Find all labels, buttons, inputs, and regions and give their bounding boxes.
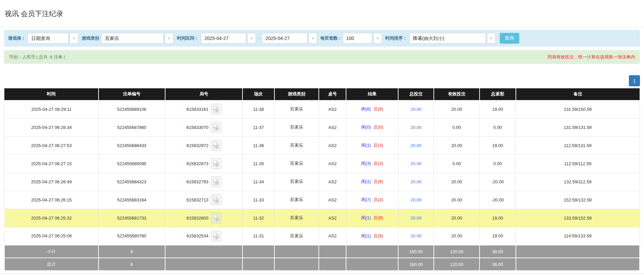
bet-id-cell: 522455683164 <box>99 191 165 209</box>
video-file-icon <box>213 233 219 239</box>
video-replay-button[interactable] <box>211 122 221 133</box>
total-bet-link[interactable]: 20.00 <box>411 107 422 112</box>
query-type-value[interactable]: 日期查询 <box>28 33 69 44</box>
filter-bar: 请选择： 日期查询 ▼ 游戏类别 百家乐 ▼ 时间区间： 2025-04-27 … <box>4 30 640 47</box>
total-bet-link[interactable]: 20.00 <box>411 179 422 184</box>
video-replay-button[interactable] <box>211 158 221 169</box>
table-row[interactable]: 2025-04-27 06:25:06 522455680760 6158325… <box>4 227 640 245</box>
game-cell: 百家乐 <box>274 154 319 173</box>
table-no-cell: AS2 <box>319 209 346 227</box>
payout-cell: -20.00 <box>480 191 516 209</box>
chevron-down-icon[interactable]: ▼ <box>487 33 496 44</box>
time-cell: 2025-04-27 06:27:15 <box>4 154 99 173</box>
round-id-cell: 615832534 <box>165 227 242 245</box>
remark-cell: 131.59/150.59 <box>516 100 640 118</box>
result-cell: 闲(1) 庄(8) <box>346 173 398 191</box>
video-file-icon <box>213 142 219 149</box>
valid-bet-cell: 20.00 <box>434 191 480 209</box>
search-button[interactable]: 查询 <box>500 33 519 44</box>
game-cell: 百家乐 <box>274 209 319 227</box>
table-row[interactable]: 2025-04-27 06:26:49 522455684323 6158327… <box>4 173 640 191</box>
game-cell: 百家乐 <box>274 100 319 118</box>
bet-id-cell: 522455680760 <box>99 227 165 245</box>
payout-cell: 0.00 <box>480 154 516 173</box>
valid-bet-cell: 20.00 <box>434 173 480 191</box>
table-row[interactable]: 2025-04-27 06:27:15 522455685095 6158328… <box>4 154 640 173</box>
result-player: 闲(1) <box>361 179 371 184</box>
valid-bet-cell: 0.00 <box>434 154 480 173</box>
game-category-label: 游戏类别 <box>82 35 99 41</box>
result-banker: 庄(8) <box>373 215 383 220</box>
notice-text: 同局有效投注，统一计算在该局第一张注单内 <box>547 54 635 60</box>
remark-cell: 114.59/133.59 <box>516 227 640 245</box>
footer-count-cell: 8 <box>99 258 165 271</box>
round-id-value: 615832534 <box>187 233 209 238</box>
table-row[interactable]: 2025-04-27 06:28:34 522455687860 6158330… <box>4 118 640 136</box>
total-bet-link[interactable]: 20.00 <box>411 125 422 130</box>
video-replay-button[interactable] <box>211 231 221 241</box>
total-bet-link[interactable]: 20.00 <box>411 216 422 221</box>
sort-select[interactable]: 降幂(由大到小) ▼ <box>409 33 496 44</box>
chevron-down-icon[interactable]: ▼ <box>308 33 317 44</box>
round-id-value: 615832873 <box>187 161 209 166</box>
page-title: 视讯 会员下注纪录 <box>0 5 644 22</box>
query-type-select[interactable]: 日期查询 ▼ <box>28 33 78 44</box>
valid-bet-cell: 20.00 <box>434 209 480 227</box>
total-bet-cell: 20.00 <box>398 100 434 118</box>
video-replay-button[interactable] <box>211 104 221 114</box>
result-cell: 闲(3) 庄(3) <box>346 154 398 173</box>
table-row[interactable]: 2025-04-27 06:26:15 522455683164 6158327… <box>4 191 640 209</box>
total-bet-cell: 20.00 <box>398 209 434 227</box>
table-no-cell: AS2 <box>319 136 346 154</box>
table-no-cell: AS2 <box>319 118 346 136</box>
date-from-value[interactable]: 2025-04-27 <box>201 33 246 44</box>
result-player: 闲(1) <box>361 215 371 220</box>
date-to-value[interactable]: 2025-04-27 <box>262 33 307 44</box>
chevron-down-icon[interactable]: ▼ <box>70 33 78 44</box>
game-category-select[interactable]: 百家乐 ▼ <box>101 33 174 44</box>
footer-valid-bet-cell: 120.00 <box>434 245 480 258</box>
round-id-value: 615833161 <box>187 107 209 112</box>
table-no-cell: AS2 <box>319 100 346 118</box>
video-replay-button[interactable] <box>211 194 221 205</box>
per-page-value[interactable]: 100 <box>343 33 372 44</box>
total-bet-link[interactable]: 20.00 <box>411 197 422 202</box>
game-category-value[interactable]: 百家乐 <box>101 33 164 44</box>
chevron-down-icon[interactable]: ▼ <box>373 33 382 44</box>
payout-cell: 19.00 <box>480 100 516 118</box>
page-1-button[interactable]: 1 <box>629 75 640 86</box>
column-header-game: 游戏类别 <box>274 88 319 100</box>
total-bet-link[interactable]: 20.00 <box>411 233 422 238</box>
video-replay-button[interactable] <box>211 176 221 187</box>
date-to-input[interactable]: 2025-04-27 ▼ <box>262 33 317 44</box>
subtotal-row: 小计 8 160.00 120.00 36.00 <box>4 245 640 258</box>
result-banker: 庄(9) <box>373 233 383 238</box>
valid-bet-cell: 20.00 <box>434 100 480 118</box>
chevron-down-icon[interactable]: ▼ <box>165 33 174 44</box>
session-cell: 11-33 <box>242 191 274 209</box>
session-cell: 11-36 <box>242 136 274 154</box>
video-file-icon <box>213 215 219 221</box>
total-bet-cell: 20.00 <box>398 173 434 191</box>
video-replay-button[interactable] <box>211 213 221 223</box>
table-body: 2025-04-27 06:29:11 522455689108 6158331… <box>4 100 640 245</box>
per-page-label: 每页笔数 : <box>320 35 341 41</box>
table-row[interactable]: 2025-04-27 06:29:11 522455689108 6158331… <box>4 100 640 118</box>
chevron-down-icon[interactable]: ▼ <box>247 33 256 44</box>
bet-id-cell: 522455685095 <box>99 154 165 173</box>
date-from-input[interactable]: 2025-04-27 ▼ <box>201 33 256 44</box>
session-cell: 11-38 <box>242 100 274 118</box>
summary-bar: 币别：人民币 | 总共 :8 注单 | 同局有效投注，统一计算在该局第一张注单内 <box>4 50 640 64</box>
valid-bet-cell: 20.00 <box>434 136 480 154</box>
table-row[interactable]: 2025-04-27 06:27:53 522455686433 6158329… <box>4 136 640 154</box>
sort-value[interactable]: 降幂(由大到小) <box>409 33 486 44</box>
table-header-row: 时间 注单编号 局号 场次 游戏类别 桌号 结果 总投注 有效投注 总派彩 备注 <box>4 88 640 100</box>
video-replay-button[interactable] <box>211 140 221 151</box>
total-bet-link[interactable]: 20.00 <box>411 161 422 166</box>
column-header-payout: 总派彩 <box>480 88 516 100</box>
bet-records-table: 时间 注单编号 局号 场次 游戏类别 桌号 结果 总投注 有效投注 总派彩 备注… <box>4 88 640 271</box>
per-page-select[interactable]: 100 ▼ <box>343 33 382 44</box>
round-id-value: 615832600 <box>187 216 209 221</box>
table-row[interactable]: 2025-04-27 06:25:32 522455681733 6158326… <box>4 209 640 227</box>
total-bet-link[interactable]: 20.00 <box>411 143 422 148</box>
